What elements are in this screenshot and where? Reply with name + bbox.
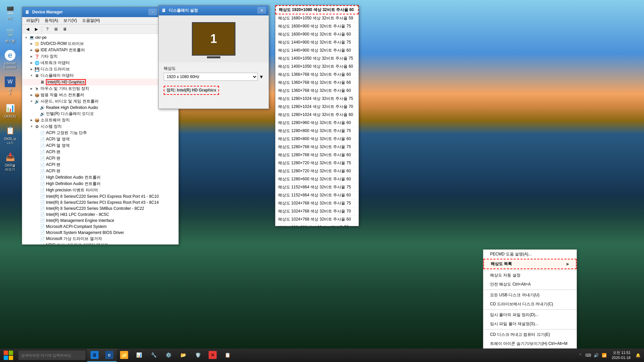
tree-system[interactable]: ▼ ⚙ 시스템 장치: [22, 123, 178, 130]
resolution-item-4[interactable]: 해상도 1440×900 색상 32비트 주사율 75: [275, 39, 359, 47]
tree-ide[interactable]: ▶ 📦 IDE ATA/ATAPI 컨트롤러: [22, 47, 178, 53]
tree-acpi-fan1[interactable]: 📄 ACPI 팬: [22, 149, 178, 155]
tree-smbus[interactable]: 📄 Intel(R) 8 Series/C220 Series SMBus Co…: [22, 205, 178, 212]
desktop-icon-okrx[interactable]: 📊 OKR(X): [2, 101, 18, 120]
taskbar-app-misc3[interactable]: ⚙️: [161, 349, 176, 362]
resolution-item-10[interactable]: 해상도 1360×768 색상 32비트 주사율 60: [275, 87, 359, 95]
resolution-item-12[interactable]: 해상도 1280×1024 색상 32비트 주사율 70: [275, 103, 359, 111]
resolution-item-13[interactable]: 해상도 1280×1024 색상 32비트 주사율 60: [275, 111, 359, 119]
resolution-item-8[interactable]: 해상도 1366×768 색상 32비트 주사율 60: [275, 71, 359, 79]
tree-lpc[interactable]: 📄 Intel(R) H81 LPC Controller - 8C5C: [22, 212, 178, 218]
taskbar-app-misc6[interactable]: ✕: [205, 349, 220, 362]
resolution-item-11[interactable]: 해상도 1280×1024 색상 32비트 주사율 75: [275, 95, 359, 103]
ctx-item-4[interactable]: 안전 해상도 Ctrl+Alt+A: [483, 280, 577, 289]
tray-arrow[interactable]: ⌃: [577, 352, 584, 359]
ctx-item-10[interactable]: 임시 파일 폴더 재설정(S)...: [483, 319, 577, 328]
resolution-item-23[interactable]: 해상도 1152×864 색상 32비트 주사율 60: [275, 191, 359, 199]
desktop-icon-recycle[interactable]: 🗑️ 휴지통: [2, 26, 18, 45]
taskbar-app-misc7[interactable]: 📋: [220, 349, 235, 362]
tree-disk[interactable]: ▶ 💾 디스크 드라이브: [22, 66, 178, 72]
expand-dvd[interactable]: ▶: [29, 41, 34, 47]
tree-acpi-fan2[interactable]: 📄 ACPI 팬: [22, 155, 178, 162]
resolution-item-1[interactable]: 해상도 1680×1050 색상 32비트 주사율 59: [275, 14, 359, 22]
tray-speaker[interactable]: 🔊: [593, 352, 600, 359]
resolution-item-20[interactable]: 해상도 1280×720 색상 32비트 주사율 60: [275, 167, 359, 175]
tree-item-root[interactable]: ▼ 💻 okr-pe: [22, 35, 178, 41]
tree-hda1[interactable]: 📄 High Definition Audio 컨트롤러: [22, 174, 178, 181]
resolution-item-25[interactable]: 해상도 1024×768 색상 32비트 주사율 70: [275, 207, 359, 216]
monitor-button[interactable]: 🖥: [61, 25, 69, 33]
taskbar-app-misc1[interactable]: 📊: [131, 349, 146, 362]
ctx-item-3[interactable]: 해상도 자동 설정: [483, 271, 577, 280]
taskbar-app-misc5[interactable]: 🛡️: [191, 349, 205, 362]
tree-other[interactable]: ▶ ❓ 기타 장치: [22, 53, 178, 60]
tree-intel-hd[interactable]: 🖥 Intel(R) HD Graphics: [22, 79, 178, 85]
desktop-icon-ie[interactable]: e Internet Explorer: [2, 48, 18, 71]
resolution-item-5[interactable]: 해상도 1440×900 색상 32비트 주사율 60: [275, 47, 359, 55]
tree-mouse[interactable]: ▶ 🖱 마우스 및 기타 포인팅 장치: [22, 85, 178, 92]
ctx-item-0[interactable]: PECMD 도움 설명(A)...: [483, 250, 577, 259]
resolution-item-9[interactable]: 해상도 1360×768 색상 32비트 주사율 66: [275, 79, 359, 87]
taskbar-app-device-manager[interactable]: 🖥: [87, 349, 102, 362]
tree-acpi-fan3[interactable]: 📄 ACPI 팬: [22, 162, 178, 168]
tree-mei[interactable]: 📄 Intel(R) Management Engine Interface: [22, 218, 178, 224]
menu-view[interactable]: 보기(V): [61, 17, 79, 24]
tree-hda2[interactable]: 📄 High Definition Audio 컨트롤러: [22, 181, 178, 187]
resolution-item-3[interactable]: 해상도 1600×900 색상 32비트 주사율 60: [275, 31, 359, 39]
taskbar-search-box[interactable]: 검색하려면 여기에 입력하세요.: [18, 351, 86, 360]
resolution-item-0[interactable]: 해상도 644×362 색상 32비트 주사율 60: [275, 5, 359, 14]
tree-acpi-thermal1[interactable]: 📄 ACPI 열 영역: [22, 136, 178, 142]
tree-intel-audio[interactable]: 🔊 인텔(R) 디스플레이 오디오: [22, 111, 178, 117]
resolution-item-18[interactable]: 해상도 1280×768 색상 32비트 주사율 60: [275, 151, 359, 159]
taskbar-app-misc2[interactable]: 🔧: [146, 349, 161, 362]
taskbar-app-folder[interactable]: 📁: [117, 349, 131, 362]
tree-usb[interactable]: ▶ 📦 범용 직렬 버스 컨트롤러: [22, 92, 178, 98]
tree-acpi-fixed[interactable]: 📄 ACPI 고정된 기능 단추: [22, 130, 178, 136]
display-settings-titlebar[interactable]: 🖥 디스플레이 설정 ✕: [159, 5, 269, 15]
tree-software[interactable]: ▶ 📦 소프트웨어 장치: [22, 117, 178, 123]
resolution-item-27[interactable]: 해상도 800×600 색상 32비트 주사율 75: [275, 224, 359, 226]
ctx-item-1[interactable]: 해상도 목록: [483, 259, 577, 269]
device-manager-titlebar[interactable]: 🖥 Device Manager − □ ✕: [22, 7, 178, 17]
tree-ndis[interactable]: 📄 NDIS 가상 네트워크 어댑터 열거자: [22, 242, 178, 244]
tree-sound[interactable]: ▼ 🔊 사운드, 비디오 및 게임 컨트롤러: [22, 98, 178, 105]
resolution-item-15[interactable]: 해상도 1280×800 색상 32비트 주사율 75: [275, 127, 359, 135]
system-clock[interactable]: 오전 11:51 2020-01-18: [609, 350, 633, 361]
device-tree[interactable]: ▼ 💻 okr-pe ▶ 📀 DVD/CD-ROM 드라이브 ▶ 📦 IDE A…: [22, 34, 178, 244]
expand-root[interactable]: ▼: [23, 35, 29, 40]
tray-notification[interactable]: 🔔: [635, 352, 641, 359]
minimize-button[interactable]: −: [148, 9, 157, 15]
desktop-icon-pc[interactable]: 🖥️ PC: [2, 3, 18, 22]
tree-display-adapter[interactable]: ▼ 🖥 디스플레이 어댑터: [22, 72, 178, 79]
desktop-icon-okrb[interactable]: 📥 OKR불러오기: [2, 150, 18, 173]
resolution-item-6[interactable]: 해상도 1400×1050 색상 32비트 주사율 75: [275, 55, 359, 63]
resolution-list[interactable]: 해상도 644×362 색상 32비트 주사율 60해상도 1680×105…: [275, 5, 359, 226]
tree-acpi-thermal2[interactable]: 📄 ACPI 열 영역: [22, 142, 178, 149]
tree-pci-root1[interactable]: 📄 Intel(R) 8 Series/C220 Series PCI Expr…: [22, 193, 178, 199]
ctx-item-12[interactable]: CD 디스크 꺼내고 컴퓨터 끄기(E): [483, 330, 577, 339]
help-button[interactable]: ?: [43, 25, 51, 33]
tree-acpi-fan4[interactable]: 📄 ACPI 팬: [22, 168, 178, 174]
back-button[interactable]: ◀: [23, 25, 32, 33]
menu-file[interactable]: 파일(F): [23, 17, 42, 24]
tree-dvd[interactable]: ▶ 📀 DVD/CD-ROM 드라이브: [22, 41, 178, 47]
display-close-button[interactable]: ✕: [257, 7, 266, 14]
resolution-item-26[interactable]: 해상도 1024×768 색상 32비트 주사율 60: [275, 216, 359, 224]
desktop-icon-okrl[interactable]: 📋 OKRL보냐기: [2, 124, 18, 147]
resolution-item-14[interactable]: 해상도 1280×960 색상 32비트 주사율 60: [275, 119, 359, 127]
resolution-item-7[interactable]: 해상도 1400×1050 색상 32비트 주사율 60: [275, 63, 359, 71]
tray-network[interactable]: 📶: [601, 352, 608, 359]
tree-realtek[interactable]: 🔊 Realtek High Definition Audio: [22, 105, 178, 111]
taskbar-app-ie[interactable]: e: [102, 349, 117, 362]
ctx-item-9[interactable]: 임시 폴더의 파일 정리(D)...: [483, 310, 577, 319]
resolution-select[interactable]: 644 x 362 60Hz: [164, 73, 258, 81]
tree-pci-root2[interactable]: 📄 Intel(R) 8 Series/C220 Series PCI Expr…: [22, 199, 178, 205]
start-button[interactable]: [0, 349, 17, 362]
tray-keyboard[interactable]: ⌨: [585, 352, 592, 359]
forward-button[interactable]: ▶: [32, 25, 40, 33]
resolution-dropdown-arrow[interactable]: ▼: [259, 74, 264, 79]
resolution-item-2[interactable]: 해상도 1600×900 색상 32비트 주사율 75: [275, 22, 359, 31]
tree-ms-bios[interactable]: 📄 Microsoft System Management BIOS Drive…: [22, 230, 178, 236]
tree-hpet[interactable]: 📄 High precision 이벤트 타이머: [22, 187, 178, 193]
menu-action[interactable]: 동작(A): [42, 17, 61, 24]
